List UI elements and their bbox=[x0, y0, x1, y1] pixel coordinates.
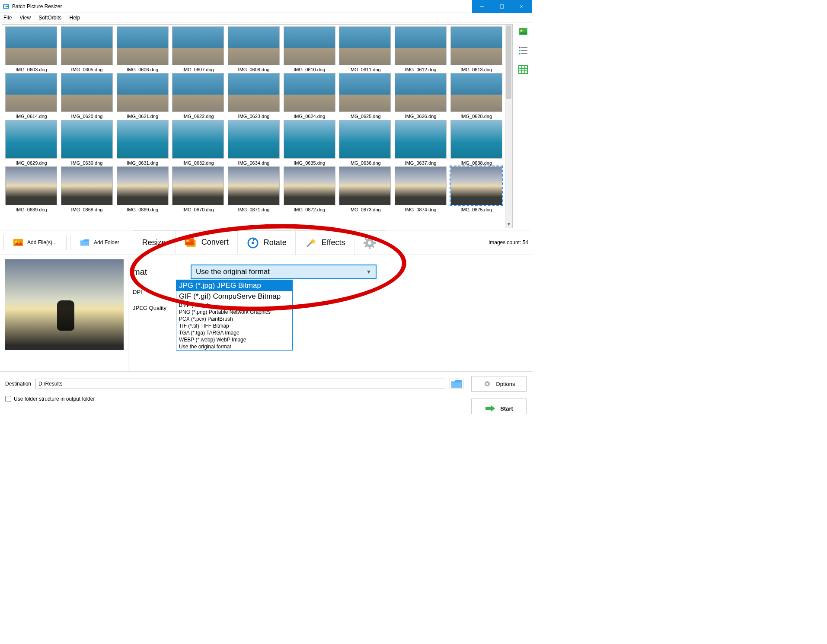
tab-resize[interactable]: Resize bbox=[134, 230, 175, 255]
thumbnail-cell[interactable]: IMG_0639.dng bbox=[4, 166, 59, 212]
thumbnail-image bbox=[172, 166, 224, 205]
thumbnail-image bbox=[395, 73, 447, 112]
scroll-down-arrow[interactable]: ▼ bbox=[505, 220, 512, 228]
thumbnail-cell[interactable]: IMG_0614.dng bbox=[4, 73, 59, 119]
thumbnail-filename: IMG_0608.dng bbox=[227, 67, 281, 72]
thumbnail-cell[interactable]: IMG_0638.dng bbox=[449, 120, 504, 166]
thumbnail-cell[interactable]: IMG_0626.dng bbox=[393, 73, 448, 119]
thumbnail-cell[interactable]: IMG_0632.dng bbox=[171, 120, 226, 166]
minimize-button[interactable] bbox=[472, 0, 492, 13]
thumbnail-cell[interactable]: IMG_0634.dng bbox=[227, 120, 281, 166]
view-list-button[interactable] bbox=[517, 45, 529, 56]
format-option[interactable]: PCX (*.pcx) PaintBrush bbox=[176, 316, 292, 322]
format-combo[interactable]: Use the original format ▼ JPG (*.jpg) JP… bbox=[191, 265, 377, 279]
thumbnail-image bbox=[61, 120, 113, 159]
thumbnail-filename: IMG_0623.dng bbox=[227, 114, 281, 119]
tab-settings[interactable] bbox=[354, 230, 385, 255]
thumbnail-image bbox=[339, 26, 391, 65]
thumbnail-cell[interactable]: IMG_0620.dng bbox=[60, 73, 115, 119]
menu-help[interactable]: Help bbox=[68, 14, 82, 22]
thumbnail-filename: IMG_0629.dng bbox=[4, 160, 59, 166]
thumbnail-cell[interactable]: IMG_0873.dng bbox=[338, 166, 393, 212]
scrollbar[interactable]: ▲ ▼ bbox=[505, 25, 512, 228]
thumbnail-cell[interactable]: IMG_0636.dng bbox=[338, 120, 393, 166]
thumbnail-cell[interactable]: IMG_0623.dng bbox=[227, 73, 281, 119]
thumbnail-filename: IMG_0625.dng bbox=[338, 114, 393, 119]
thumbnail-cell[interactable]: IMG_0611.dng bbox=[338, 26, 393, 72]
minimize-icon bbox=[480, 4, 484, 9]
svg-point-9 bbox=[520, 30, 523, 32]
add-files-button[interactable]: Add File(s)... bbox=[3, 235, 67, 250]
svg-rect-13 bbox=[521, 50, 527, 51]
format-option[interactable]: TIF (*.tif) TIFF Bitmap bbox=[176, 322, 292, 329]
thumbnail-image bbox=[450, 166, 502, 205]
thumbnail-cell[interactable]: IMG_0875.dng bbox=[449, 166, 504, 212]
thumbnail-cell[interactable]: IMG_0606.dng bbox=[115, 26, 170, 72]
format-option[interactable]: GIF (*.gif) CompuServe Bitmap bbox=[176, 291, 292, 302]
thumbnail-cell[interactable]: IMG_0607.dng bbox=[171, 26, 226, 72]
thumbnail-cell[interactable]: IMG_0613.dng bbox=[449, 26, 504, 72]
start-icon bbox=[485, 404, 496, 413]
use-folder-structure-checkbox[interactable]: Use folder structure in output folder bbox=[5, 396, 95, 402]
thumbnail-cell[interactable]: IMG_0637.dng bbox=[393, 120, 448, 166]
thumbnail-filename: IMG_0605.dng bbox=[60, 67, 115, 72]
format-option[interactable]: JPG (*.jpg) JPEG Bitmap bbox=[176, 280, 292, 291]
images-count: Images count: 54 bbox=[489, 239, 528, 245]
menu-softorbits[interactable]: SoftOrbits bbox=[37, 14, 63, 22]
format-option[interactable]: Use the original format bbox=[176, 343, 292, 350]
menu-file[interactable]: File bbox=[2, 14, 13, 22]
thumbnail-filename: IMG_0628.dng bbox=[449, 114, 504, 119]
maximize-button[interactable] bbox=[492, 0, 512, 13]
thumbnail-cell[interactable]: IMG_0612.dng bbox=[393, 26, 448, 72]
tab-rotate-label: Rotate bbox=[264, 238, 287, 247]
thumbnail-cell[interactable]: IMG_0871.dng bbox=[227, 166, 281, 212]
thumbnail-cell[interactable]: IMG_0630.dng bbox=[60, 120, 115, 166]
thumbnail-filename: IMG_0868.dng bbox=[60, 207, 115, 212]
format-option[interactable]: TGA (*.tga) TARGA Image bbox=[176, 329, 292, 336]
format-option[interactable]: WEBP (*.webp) WebP Image bbox=[176, 336, 292, 343]
action-bar: Add File(s)... Add Folder Resize Convert… bbox=[0, 230, 532, 255]
svg-rect-33 bbox=[364, 242, 366, 244]
destination-input[interactable] bbox=[35, 379, 445, 389]
thumbnail-cell[interactable]: IMG_0870.dng bbox=[171, 166, 226, 212]
thumbnail-image bbox=[228, 26, 280, 65]
format-option[interactable]: PNG (*.png) Portable Network Graphics bbox=[176, 309, 292, 316]
view-details-button[interactable] bbox=[517, 64, 529, 75]
scroll-handle[interactable] bbox=[506, 26, 511, 99]
thumbnail-cell[interactable]: IMG_0610.dng bbox=[282, 26, 337, 72]
thumbnail-cell[interactable]: IMG_0603.dng bbox=[4, 26, 59, 72]
start-button[interactable]: Start bbox=[471, 399, 527, 414]
view-thumbnails-button[interactable] bbox=[517, 26, 529, 37]
thumbnail-cell[interactable]: IMG_0872.dng bbox=[282, 166, 337, 212]
thumbnail-cell[interactable]: IMG_0624.dng bbox=[282, 73, 337, 119]
thumbnail-cell[interactable]: IMG_0629.dng bbox=[4, 120, 59, 166]
thumbnail-cell[interactable]: IMG_0869.dng bbox=[115, 166, 170, 212]
options-button[interactable]: Options bbox=[471, 376, 527, 392]
close-button[interactable] bbox=[512, 0, 532, 13]
thumbnail-image bbox=[339, 166, 391, 205]
use-folder-structure-input[interactable] bbox=[5, 396, 11, 402]
menu-view[interactable]: View bbox=[18, 14, 32, 22]
tab-convert[interactable]: Convert bbox=[175, 230, 238, 255]
format-dropdown: JPG (*.jpg) JPEG Bitmap GIF (*.gif) Comp… bbox=[176, 280, 293, 351]
tab-effects[interactable]: Effects bbox=[296, 230, 354, 255]
thumbnail-filename: IMG_0612.dng bbox=[393, 67, 448, 72]
thumbnail-image bbox=[5, 166, 57, 205]
thumbnail-cell[interactable]: IMG_0605.dng bbox=[60, 26, 115, 72]
thumbnail-cell[interactable]: IMG_0874.dng bbox=[393, 166, 448, 212]
thumbnail-cell[interactable]: IMG_0635.dng bbox=[282, 120, 337, 166]
format-option[interactable]: BMP (*.bmp) bbox=[176, 302, 292, 309]
thumbnail-cell[interactable]: IMG_0628.dng bbox=[449, 73, 504, 119]
thumbnail-cell[interactable]: IMG_0622.dng bbox=[171, 73, 226, 119]
thumbnail-cell[interactable]: IMG_0868.dng bbox=[60, 166, 115, 212]
browse-destination-button[interactable] bbox=[450, 379, 463, 389]
chevron-down-icon: ▼ bbox=[366, 269, 371, 275]
svg-rect-3 bbox=[6, 6, 8, 7]
tab-rotate[interactable]: Rotate bbox=[238, 230, 296, 255]
thumbnail-cell[interactable]: IMG_0631.dng bbox=[115, 120, 170, 166]
add-folder-button[interactable]: Add Folder bbox=[70, 235, 129, 250]
thumbnail-cell[interactable]: IMG_0621.dng bbox=[115, 73, 170, 119]
thumbnail-cell[interactable]: IMG_0625.dng bbox=[338, 73, 393, 119]
thumbnail-cell[interactable]: IMG_0608.dng bbox=[227, 26, 281, 72]
thumbnail-filename: IMG_0873.dng bbox=[338, 207, 393, 212]
